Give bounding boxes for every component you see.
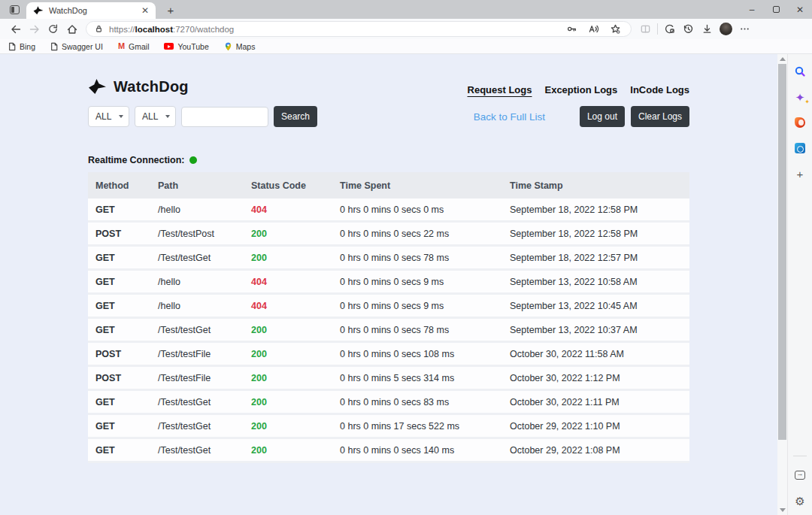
cell-method: GET (88, 253, 150, 263)
table-row: GET /hello 404 0 hrs 0 mins 0 secs 9 ms … (88, 295, 689, 319)
cell-status-code: 200 (244, 445, 332, 456)
cell-time-spent: 0 hrs 0 mins 0 secs 9 ms (332, 301, 502, 311)
cell-time-spent: 0 hrs 0 mins 0 secs 78 ms (332, 253, 502, 263)
cell-status-code: 200 (244, 325, 332, 335)
bookmark-bing[interactable]: Bing (8, 42, 35, 51)
filter-controls: ALL ALL Search (88, 106, 317, 127)
search-input[interactable] (181, 107, 268, 127)
maps-icon (224, 42, 232, 51)
cell-status-code: 200 (244, 349, 332, 359)
scroll-up-icon[interactable] (780, 57, 786, 61)
add-favorite-star-icon[interactable] (606, 20, 625, 38)
cell-path: /Test/testGet (150, 325, 244, 335)
nav-incode-logs[interactable]: InCode Logs (630, 84, 689, 95)
bookmark-youtube[interactable]: YouTube (164, 42, 208, 51)
sidebar-divider (793, 456, 807, 456)
outlook-icon[interactable] (793, 141, 807, 155)
bookmark-maps[interactable]: Maps (224, 42, 256, 51)
watchdog-favicon-icon (33, 5, 44, 16)
method-filter-select[interactable]: ALL (88, 106, 129, 127)
scrollbar-thumb[interactable] (778, 64, 786, 440)
cell-path: /Test/testFile (150, 349, 244, 359)
cell-time-stamp: October 29, 2022 1:10 PM (502, 421, 689, 432)
table-row: GET /Test/testGet 200 0 hrs 0 mins 0 sec… (88, 247, 689, 271)
back-to-full-list-link[interactable]: Back to Full List (474, 111, 545, 123)
page-scrollbar[interactable] (777, 54, 787, 515)
close-button[interactable]: ✕ (788, 0, 812, 19)
realtime-connection-status: Realtime Connection: (88, 155, 689, 165)
cell-time-stamp: October 29, 2022 1:08 PM (502, 445, 689, 456)
youtube-icon (164, 43, 174, 50)
browser-tab[interactable]: WatchDog ✕ (26, 2, 156, 19)
edge-sidebar: ✦ + ⚙ (787, 54, 812, 515)
url-text[interactable]: https://localhost:7270/watchdog (109, 25, 562, 34)
cell-method: GET (88, 301, 150, 311)
cell-path: /Test/testGet (150, 445, 244, 456)
top-navigation: Request Logs Exception Logs InCode Logs (468, 84, 689, 95)
cell-status-code: 200 (244, 373, 332, 383)
cell-status-code: 404 (244, 277, 332, 287)
search-button[interactable]: Search (274, 106, 317, 127)
cell-path: /hello (150, 277, 244, 287)
page-icon (50, 42, 58, 51)
profile-avatar[interactable] (717, 20, 735, 38)
office-icon[interactable] (793, 116, 807, 129)
new-tab-button[interactable]: + (163, 4, 178, 17)
maximize-button[interactable] (764, 0, 788, 19)
cell-time-spent: 0 hrs 0 mins 0 secs 22 ms (332, 229, 502, 239)
cell-path: /hello (150, 301, 244, 311)
cell-path: /Test/testFile (150, 373, 244, 383)
page-icon (8, 42, 16, 51)
bookmark-gmail[interactable]: M Gmail (118, 42, 150, 51)
copilot-icon[interactable]: ✦ (793, 90, 807, 104)
bookmark-swagger-ui[interactable]: Swagger UI (50, 42, 103, 51)
cell-path: /Test/testGet (150, 253, 244, 263)
more-menu-icon[interactable] (735, 20, 754, 38)
nav-request-logs[interactable]: Request Logs (468, 84, 532, 95)
cell-time-stamp: October 30, 2022 1:11 PM (502, 397, 689, 407)
cell-method: GET (88, 421, 150, 432)
cell-time-spent: 0 hrs 0 mins 5 secs 314 ms (332, 373, 502, 383)
settings-gear-icon[interactable]: ⚙ (793, 494, 807, 507)
tab-actions-menu-icon[interactable] (6, 3, 23, 17)
tab-strip: WatchDog ✕ + – ✕ (0, 0, 812, 19)
logout-button[interactable]: Log out (580, 106, 625, 127)
browser-window: WatchDog ✕ + – ✕ https://localhost:7270/… (0, 0, 812, 515)
cell-path: /hello (150, 204, 244, 215)
watchdog-brand: WatchDog (88, 77, 189, 96)
table-row: GET /Test/testGet 200 0 hrs 0 mins 0 sec… (88, 439, 689, 463)
connection-status-dot (189, 156, 197, 164)
scroll-down-icon[interactable] (780, 508, 786, 512)
cell-method: GET (88, 204, 150, 215)
home-icon[interactable] (62, 20, 81, 38)
sidebar-add-icon[interactable]: + (793, 167, 807, 180)
toolbar-divider (657, 23, 658, 35)
nav-exception-logs[interactable]: Exception Logs (544, 84, 617, 95)
cell-method: GET (88, 445, 150, 456)
cell-time-spent: 0 hrs 0 mins 0 secs 83 ms (332, 397, 502, 407)
cell-time-stamp: September 13, 2022 10:58 AM (502, 277, 689, 287)
back-icon[interactable] (6, 20, 25, 38)
bing-search-icon[interactable] (793, 65, 807, 78)
refresh-icon[interactable] (44, 20, 62, 38)
cell-time-spent: 0 hrs 0 mins 0 secs 108 ms (332, 349, 502, 359)
cell-time-spent: 0 hrs 0 mins 0 secs 78 ms (332, 325, 502, 335)
split-screen-icon (636, 20, 655, 38)
clear-logs-button[interactable]: Clear Logs (631, 106, 689, 127)
tab-close-icon[interactable]: ✕ (140, 5, 150, 16)
panel-toggle-icon[interactable] (793, 468, 807, 482)
read-aloud-icon[interactable] (584, 20, 603, 38)
collections-icon[interactable] (660, 20, 679, 38)
password-key-icon[interactable] (562, 20, 581, 38)
status-filter-select[interactable]: ALL (135, 106, 176, 127)
table-row: GET /hello 404 0 hrs 0 mins 0 secs 0 ms … (88, 198, 689, 223)
bookmarks-bar: Bing Swagger UI M Gmail YouTube Maps (0, 39, 812, 54)
tab-title: WatchDog (49, 6, 135, 15)
downloads-icon[interactable] (698, 20, 717, 38)
history-icon[interactable] (679, 20, 698, 38)
table-row: POST /Test/testFile 200 0 hrs 0 mins 0 s… (88, 343, 689, 367)
minimize-button[interactable]: – (740, 0, 764, 19)
address-bar[interactable]: https://localhost:7270/watchdog (86, 21, 632, 37)
table-row: GET /Test/testGet 200 0 hrs 0 mins 0 sec… (88, 391, 689, 415)
lock-icon (94, 24, 104, 34)
